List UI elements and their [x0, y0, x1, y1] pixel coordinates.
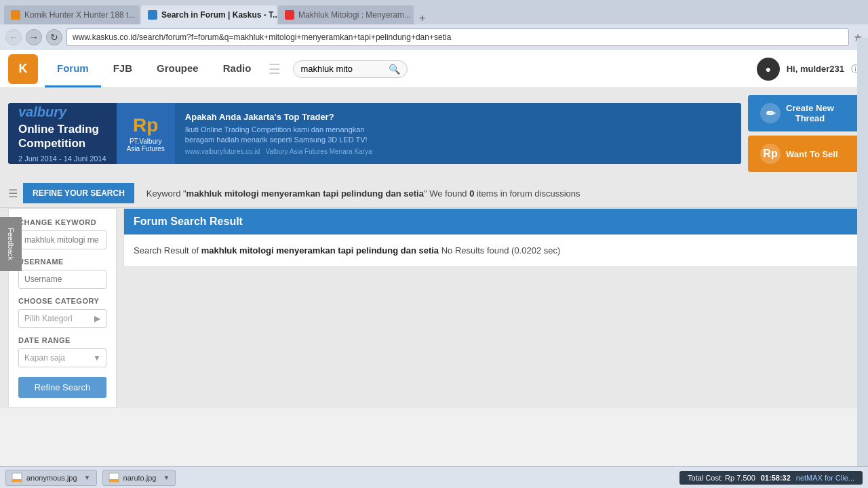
refine-search-label[interactable]: REFINE YOUR SEARCH	[23, 183, 134, 203]
banner-footer: www.valburyfutures.co.id Valbury Asia Fu…	[185, 148, 731, 155]
result-prefix: Search Result of	[134, 245, 199, 256]
top-navigation: K Forum FJB Groupee Radio ☰ 🔍 ● Hi, muld…	[0, 50, 868, 88]
found-count: 0	[469, 188, 474, 199]
new-tab-button[interactable]: +	[415, 12, 429, 24]
nav-groupee[interactable]: Groupee	[144, 50, 211, 87]
username-label: USERNAME	[18, 258, 106, 266]
result-keyword: makhluk mitologi menyeramkan tapi pelind…	[201, 245, 439, 256]
scrollbar[interactable]	[857, 38, 868, 408]
category-label: CHOOSE CATEGORY	[18, 297, 106, 305]
valbury-rp-icon: Rp	[133, 115, 158, 136]
search-results-area: Forum Search Result Search Result of mak…	[123, 208, 860, 408]
action-buttons: ✏ Create NewThread Rp Want To Sell	[748, 95, 860, 172]
category-value: Pilih Kategori	[24, 314, 73, 323]
tab-3[interactable]: Makhluk Mitologi : Menyeram... ✕	[278, 5, 414, 24]
sidebar: CHANGE KEYWORD USERNAME CHOOSE CATEGORY …	[8, 208, 117, 408]
address-bar[interactable]	[66, 28, 849, 46]
reload-button[interactable]: ↻	[46, 29, 62, 45]
banner-right: Apakah Anda Jakarta's Top Trader? Ikuti …	[175, 103, 741, 164]
nav-forum[interactable]: Forum	[45, 50, 101, 87]
banner-left: valbury Online TradingCompetition 2 Juni…	[8, 103, 117, 164]
sidebar-panel: CHANGE KEYWORD USERNAME CHOOSE CATEGORY …	[8, 208, 117, 408]
want-to-sell-button[interactable]: Rp Want To Sell	[748, 136, 860, 172]
category-arrow-icon: ▶	[94, 314, 100, 323]
feedback-tab[interactable]: Feedback	[0, 217, 22, 271]
search-keyword-info: Keyword "makhluk mitologi menyeramkan ta…	[146, 188, 580, 199]
tab-1[interactable]: Komik Hunter X Hunter 188 t... ✕	[4, 5, 140, 24]
content-area: CHANGE KEYWORD USERNAME CHOOSE CATEGORY …	[0, 208, 868, 408]
want-sell-icon: Rp	[760, 144, 781, 164]
tab-1-favicon	[11, 10, 20, 20]
username-label: Hi, mulder231	[787, 64, 844, 74]
valbury-ft-text: PT.ValburyAsia Futures	[127, 138, 165, 152]
create-thread-icon: ✏	[760, 103, 781, 123]
kaskus-logo[interactable]: K	[8, 54, 38, 84]
result-panel: Forum Search Result Search Result of mak…	[123, 208, 860, 267]
create-thread-label: Create NewThread	[786, 103, 834, 123]
category-select[interactable]: Pilih Kategori ▶	[18, 309, 106, 328]
nav-radio[interactable]: Radio	[211, 50, 264, 87]
tab-1-label: Komik Hunter X Hunter 188 t...	[24, 10, 135, 20]
search-icon[interactable]: 🔍	[389, 64, 400, 75]
banner-date: 2 Juni 2014 - 14 Juni 2014	[18, 155, 106, 163]
result-panel-body: Search Result of makhluk mitologi menyer…	[124, 235, 859, 266]
want-sell-label: Want To Sell	[786, 149, 838, 159]
banner-title: Online TradingCompetition	[18, 123, 106, 150]
nav-menu-icon[interactable]: ☰	[263, 61, 286, 77]
keyword-bold: makhluk mitologi menyeramkan tapi pelind…	[186, 188, 424, 199]
search-info-bar: ☰ REFINE YOUR SEARCH Keyword "makhluk mi…	[0, 179, 868, 208]
nav-items: Forum FJB Groupee Radio ☰	[45, 50, 286, 87]
create-new-thread-button[interactable]: ✏ Create NewThread	[748, 95, 860, 131]
nav-right: ● Hi, mulder231 ⓘ	[757, 58, 860, 81]
banner-question: Apakah Anda Jakarta's Top Trader?	[185, 112, 731, 122]
nav-fjb[interactable]: FJB	[101, 50, 144, 87]
result-panel-title: Forum Search Result	[134, 216, 243, 227]
forward-button[interactable]: →	[26, 29, 42, 45]
banner-image[interactable]: valbury Online TradingCompetition 2 Juni…	[8, 103, 741, 164]
banner-footer-text: Valbury Asia Futures Menara Karya	[265, 148, 372, 155]
search-input[interactable]	[300, 64, 389, 74]
username-input[interactable]	[18, 270, 106, 289]
back-button[interactable]: ←	[5, 29, 22, 45]
refine-search-button[interactable]: Refine Search	[18, 377, 106, 398]
result-detail: No Results found (0.0202 sec)	[441, 245, 561, 256]
logo-text: K	[19, 62, 28, 76]
tab-2-favicon	[148, 10, 157, 20]
result-panel-header: Forum Search Result	[124, 209, 859, 235]
tab-2-label: Search in Forum | Kaskus - T...	[161, 10, 277, 20]
banner-description: Ikuti Online Trading Competition kami da…	[185, 125, 731, 146]
search-box: 🔍	[293, 60, 408, 78]
date-range-label: DATE RANGE	[18, 336, 106, 344]
found-label: items in forum discussions	[477, 188, 580, 199]
keyword-input[interactable]	[18, 230, 106, 249]
date-range-wrapper: Kapan saja Hari ini Minggu ini Bulan ini…	[18, 348, 106, 367]
tab-3-label: Makhluk Mitologi : Menyeram...	[298, 10, 411, 20]
date-range-select[interactable]: Kapan saja Hari ini Minggu ini Bulan ini	[18, 348, 106, 367]
change-keyword-label: CHANGE KEYWORD	[18, 218, 106, 226]
tab-3-favicon	[285, 10, 294, 20]
banner-area: valbury Online TradingCompetition 2 Juni…	[0, 88, 868, 179]
hamburger-icon[interactable]: ☰	[8, 187, 18, 200]
user-avatar: ●	[757, 58, 780, 81]
tab-2[interactable]: Search in Forum | Kaskus - T... ✕	[141, 5, 277, 24]
banner-website: www.valburyfutures.co.id	[185, 148, 260, 155]
valbury-logo-text: valbury	[18, 104, 66, 120]
tab-1-close[interactable]: ✕	[139, 11, 140, 20]
feedback-label: Feedback	[7, 228, 15, 260]
banner-middle: Rp PT.ValburyAsia Futures	[117, 103, 175, 164]
